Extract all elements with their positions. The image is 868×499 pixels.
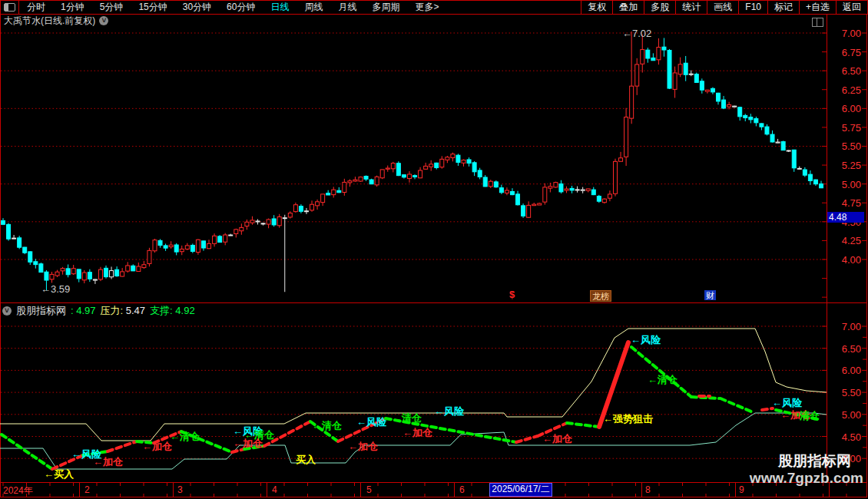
menu-item-周线[interactable]: 周线 bbox=[297, 1, 330, 14]
signal-label-加仓: ←加仓 bbox=[542, 432, 572, 446]
price-axis-label: 4.75 bbox=[830, 197, 861, 209]
price-axis-label: 6.25 bbox=[830, 84, 861, 96]
signal-label-清仓: ←清仓 bbox=[312, 419, 342, 433]
indicator-axis-label: 5.50 bbox=[830, 387, 861, 398]
action-F10[interactable]: F10 bbox=[738, 1, 767, 14]
price-axis-label: 5.25 bbox=[830, 160, 861, 171]
signal-label-风险: ←风险 bbox=[356, 415, 386, 429]
event-badge-rank[interactable]: 龙榜 bbox=[590, 290, 611, 302]
indicator-axis-label: 7.00 bbox=[830, 321, 861, 332]
date-axis-label: 6 bbox=[459, 484, 465, 495]
signal-label-加仓: ←加仓 bbox=[403, 426, 432, 440]
toolbar: 分时1分钟5分钟15分钟30分钟60分钟日线周线月线多周期更多> 复权叠加多股统… bbox=[0, 0, 868, 15]
low-annotation: ←3.59 bbox=[41, 283, 70, 295]
price-axis-label: 5.00 bbox=[830, 179, 861, 190]
indicator-name: 股朋指标网 bbox=[16, 304, 66, 318]
date-axis-label: 5 bbox=[366, 484, 372, 495]
signal-label-加仓: ←加仓 bbox=[93, 455, 123, 469]
date-axis-label: 8 bbox=[645, 484, 651, 495]
pressure-value: 5.47 bbox=[126, 305, 145, 316]
event-badge-dollar[interactable]: $ bbox=[509, 289, 515, 300]
signal-label-清仓: ←清仓 bbox=[392, 411, 422, 425]
chart-title-row: 大禹节水(日线.前复权) ˅ bbox=[4, 15, 108, 26]
chart-title: 大禹节水(日线.前复权) bbox=[4, 15, 95, 28]
signal-label-买入: ←买入 bbox=[44, 468, 74, 481]
menu-item-月线[interactable]: 月线 bbox=[330, 1, 364, 14]
price-axis-label: 6.75 bbox=[830, 47, 861, 58]
date-axis-label: 9 bbox=[739, 484, 744, 495]
price-axis-label: 4.00 bbox=[830, 254, 861, 266]
window-icon[interactable] bbox=[4, 3, 15, 12]
price-axis-label: 6.00 bbox=[830, 103, 861, 114]
chevron-down-icon[interactable]: ˅ bbox=[2, 306, 12, 316]
signal-label-风险: ←风险 bbox=[434, 405, 464, 418]
menu-item-1分钟[interactable]: 1分钟 bbox=[53, 1, 92, 14]
signal-label-强势狙击: ←强势狙击 bbox=[603, 412, 653, 426]
trading-app-window: 分时1分钟5分钟15分钟30分钟60分钟日线周线月线多周期更多> 复权叠加多股统… bbox=[0, 0, 868, 499]
menu-item-15分钟[interactable]: 15分钟 bbox=[131, 1, 174, 14]
panel-layout-icon[interactable] bbox=[812, 18, 823, 27]
price-axis-label: 5.50 bbox=[830, 140, 861, 152]
watermark-site-name: 股朋指标网 bbox=[750, 453, 851, 470]
action-多股[interactable]: 多股 bbox=[644, 1, 675, 14]
chevron-down-icon[interactable]: ˅ bbox=[99, 16, 108, 25]
date-axis-label: 2 bbox=[84, 484, 90, 495]
period-menu: 分时1分钟5分钟15分钟30分钟60分钟日线周线月线多周期更多> bbox=[18, 1, 446, 14]
date-axis-label: 4 bbox=[272, 484, 277, 495]
date-axis-label: 2024年 bbox=[3, 484, 33, 497]
indicator-axis-label: 6.50 bbox=[830, 343, 861, 355]
indicator-axis-label: 6.00 bbox=[830, 365, 861, 376]
menu-item-分时[interactable]: 分时 bbox=[19, 1, 53, 14]
price-axis-label: 4.25 bbox=[830, 235, 861, 246]
watermark: 股朋指标网 www.7gpzb.com bbox=[750, 453, 863, 487]
crosshair-date: 2025/06/17/二 bbox=[489, 483, 552, 497]
menu-item-日线[interactable]: 日线 bbox=[263, 1, 297, 14]
watermark-url: www.7gpzb.com bbox=[750, 470, 863, 487]
signal-label-清仓: 清仓 bbox=[800, 409, 820, 423]
indicator-axis-label: 5.00 bbox=[830, 409, 861, 421]
event-badge-financial[interactable]: 财 bbox=[704, 290, 716, 300]
action-返回[interactable]: 返回 bbox=[836, 1, 867, 14]
price-axis-label: 6.50 bbox=[830, 65, 861, 77]
date-axis-label: 3 bbox=[177, 484, 183, 495]
indicator-value: : 4.97 bbox=[71, 305, 96, 316]
signal-label-加仓: ←加仓 bbox=[348, 440, 378, 454]
action-复权[interactable]: 复权 bbox=[581, 1, 612, 14]
action-画线[interactable]: 画线 bbox=[707, 1, 738, 14]
support-label: 支撑: bbox=[150, 305, 173, 316]
menu-item-60分钟[interactable]: 60分钟 bbox=[219, 1, 263, 14]
action-叠加[interactable]: 叠加 bbox=[612, 1, 644, 14]
indicator-axis-label: 4.50 bbox=[830, 431, 861, 443]
current-price-tag: 4.48 bbox=[827, 212, 864, 223]
menu-item-5分钟[interactable]: 5分钟 bbox=[92, 1, 131, 14]
signal-label-加仓: ←加仓 bbox=[142, 440, 172, 454]
action-+自选[interactable]: +自选 bbox=[799, 1, 836, 14]
menu-item-多周期[interactable]: 多周期 bbox=[364, 1, 407, 14]
signal-label-加仓: ←加仓 bbox=[233, 437, 263, 451]
indicator-header: ˅ 股朋指标网: 4.97 压力: 5.47 支撑: 4.92 bbox=[2, 305, 195, 316]
pressure-label: 压力: bbox=[101, 305, 124, 316]
support-value: 4.92 bbox=[175, 305, 194, 316]
chart-canvas[interactable] bbox=[0, 0, 868, 499]
menu-item-30分钟[interactable]: 30分钟 bbox=[175, 1, 219, 14]
action-统计[interactable]: 统计 bbox=[675, 1, 707, 14]
high-annotation: ←7.02 bbox=[622, 28, 651, 39]
signal-label-清仓: ←清仓 bbox=[170, 430, 200, 444]
price-axis-label: 7.00 bbox=[830, 28, 861, 39]
signal-label-清仓: ←清仓 bbox=[648, 373, 678, 387]
action-标记[interactable]: 标记 bbox=[767, 1, 799, 14]
menu-item-更多>[interactable]: 更多> bbox=[407, 1, 446, 14]
signal-label-风险: ←风险 bbox=[631, 333, 661, 347]
action-menu: 复权叠加多股统计画线F10标记+自选返回 bbox=[581, 1, 867, 14]
signal-label-买入: 买入 bbox=[296, 453, 316, 467]
price-axis-label: 5.75 bbox=[830, 122, 861, 134]
